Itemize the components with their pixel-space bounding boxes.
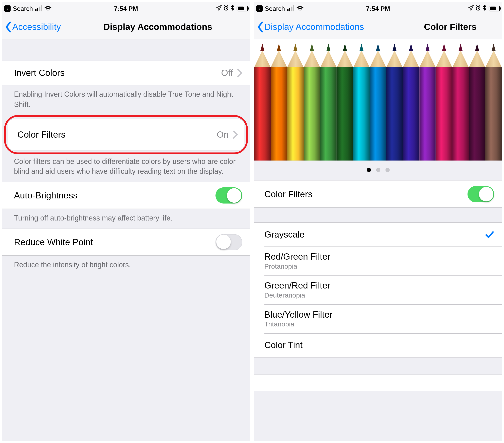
filter-option[interactable]: Grayscale bbox=[254, 223, 502, 246]
row-invert-colors[interactable]: Invert Colors Off bbox=[2, 61, 250, 85]
back-button[interactable]: Display Accommodations bbox=[257, 21, 364, 33]
pencil bbox=[452, 43, 469, 160]
toggle-reduce-white-point[interactable] bbox=[216, 234, 242, 250]
option-label: Color Tint bbox=[264, 340, 303, 350]
chevron-left-icon bbox=[257, 21, 264, 33]
pencil bbox=[271, 43, 287, 160]
row-color-filters-toggle[interactable]: Color Filters bbox=[254, 181, 502, 207]
row-label: Color Filters bbox=[264, 189, 312, 199]
filter-option[interactable]: Color Tint bbox=[254, 333, 502, 357]
option-label: Red/Green Filter bbox=[264, 251, 330, 262]
empty-group bbox=[254, 374, 502, 391]
chevron-right-icon bbox=[237, 69, 242, 77]
note-color-filters: Color filters can be used to differentia… bbox=[2, 152, 250, 182]
pencil bbox=[370, 43, 386, 160]
chevron-right-icon bbox=[233, 130, 238, 138]
nav-bar: Accessibility Display Accommodations bbox=[2, 15, 250, 39]
back-label: Accessibility bbox=[12, 22, 61, 32]
option-subtitle: Tritanopia bbox=[264, 320, 332, 328]
pencil bbox=[469, 43, 485, 160]
pencil bbox=[287, 43, 304, 160]
page-dots[interactable] bbox=[254, 161, 502, 181]
back-button[interactable]: Accessibility bbox=[5, 21, 61, 33]
pencil bbox=[353, 43, 370, 160]
note-invert: Enabling Invert Colors will automaticall… bbox=[2, 85, 250, 115]
option-label: Green/Red Filter bbox=[264, 281, 330, 291]
option-subtitle: Protanopia bbox=[264, 263, 330, 270]
pencil bbox=[304, 43, 320, 160]
pencil bbox=[485, 43, 502, 160]
screen-color-filters: ‹ Search 7:54 PM Display Accommodations … bbox=[254, 2, 502, 441]
filter-option[interactable]: Green/Red FilterDeuteranopia bbox=[254, 275, 502, 304]
row-auto-brightness[interactable]: Auto-Brightness bbox=[2, 182, 250, 209]
status-time: 7:54 PM bbox=[254, 5, 502, 12]
filter-options-group: GrayscaleRed/Green FilterProtanopiaGreen… bbox=[254, 222, 502, 357]
note-auto-brightness: Turning off auto-brightness may affect b… bbox=[2, 209, 250, 229]
pencil bbox=[403, 43, 419, 160]
battery-icon bbox=[489, 5, 500, 11]
chevron-left-icon bbox=[5, 21, 12, 33]
toggle-auto-brightness[interactable] bbox=[216, 187, 242, 204]
highlight-color-filters: Color Filters On bbox=[4, 115, 248, 154]
option-label: Blue/Yellow Filter bbox=[264, 309, 332, 320]
pencil bbox=[436, 43, 452, 160]
row-value: On bbox=[217, 129, 229, 139]
checkmark-icon bbox=[485, 230, 494, 239]
row-color-filters[interactable]: Color Filters On bbox=[8, 119, 244, 150]
row-reduce-white-point[interactable]: Reduce White Point bbox=[2, 229, 250, 255]
pencil bbox=[419, 43, 436, 160]
pencil bbox=[320, 43, 337, 160]
status-time: 7:54 PM bbox=[2, 5, 250, 12]
pencil bbox=[254, 43, 271, 160]
status-bar: ‹ Search 7:54 PM bbox=[2, 2, 250, 15]
row-value: Off bbox=[221, 68, 233, 78]
toggle-color-filters[interactable] bbox=[468, 186, 494, 202]
dot-3[interactable] bbox=[385, 168, 390, 172]
filter-option[interactable]: Red/Green FilterProtanopia bbox=[254, 246, 502, 275]
screen-display-accommodations: ‹ Search 7:54 PM bbox=[2, 2, 250, 441]
dot-1[interactable] bbox=[366, 168, 371, 172]
pencil bbox=[337, 43, 353, 160]
status-bar: ‹ Search 7:54 PM bbox=[254, 2, 502, 15]
option-label: Grayscale bbox=[264, 229, 304, 240]
note-reduce-white-point: Reduce the intensity of bright colors. bbox=[2, 256, 250, 275]
row-label: Invert Colors bbox=[14, 68, 65, 78]
nav-bar: Display Accommodations Color Filters bbox=[254, 15, 502, 39]
row-label: Auto-Brightness bbox=[14, 190, 78, 201]
battery-icon bbox=[237, 5, 248, 11]
row-label: Color Filters bbox=[18, 129, 66, 139]
color-sample-pencils[interactable] bbox=[254, 39, 502, 161]
pencil bbox=[386, 43, 403, 160]
row-label: Reduce White Point bbox=[14, 237, 93, 247]
back-label: Display Accommodations bbox=[264, 22, 364, 32]
filter-option[interactable]: Blue/Yellow FilterTritanopia bbox=[254, 304, 502, 333]
option-subtitle: Deuteranopia bbox=[264, 291, 330, 299]
dot-2[interactable] bbox=[376, 168, 380, 172]
